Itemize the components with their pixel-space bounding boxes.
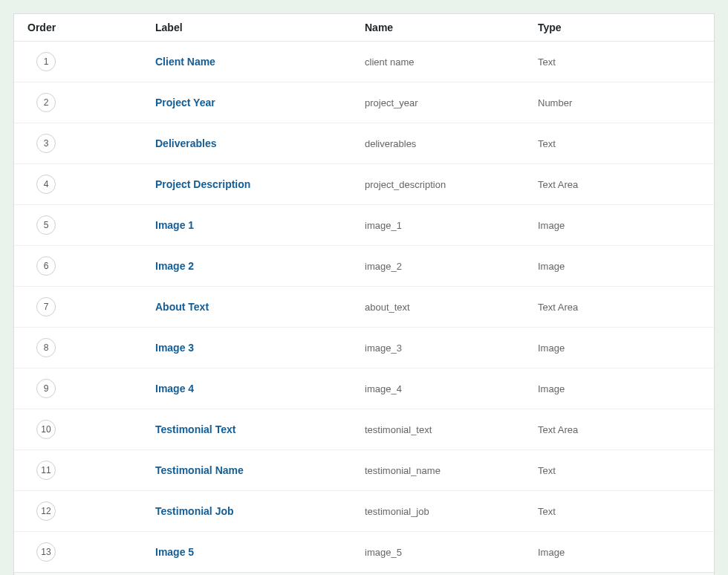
field-name: testimonial_name [365,465,441,476]
table-row[interactable]: 7 About Text about_text Text Area [14,286,714,327]
field-label-link[interactable]: Image 4 [155,383,194,394]
field-type: Text [538,138,556,149]
table-row[interactable]: 3 Deliverables deliverables Text [14,123,714,163]
field-name: image_2 [365,261,402,272]
field-label-link[interactable]: Testimonial Text [155,423,235,435]
order-badge[interactable]: 2 [36,93,56,112]
order-badge[interactable]: 8 [36,338,56,357]
table-row[interactable]: 9 Image 4 image_4 Image [14,368,714,409]
header-label: Label [155,22,365,33]
field-type: Text [538,506,556,517]
table-row[interactable]: 1 Client Name client name Text [14,42,714,82]
fields-panel: Order Label Name Type 1 Client Name clie… [13,13,715,575]
field-label-link[interactable]: Project Year [155,97,215,108]
field-type: Text Area [538,302,578,313]
field-type: Image [538,383,565,394]
field-label-link[interactable]: Testimonial Name [155,464,244,476]
table-row[interactable]: 4 Project Description project_descriptio… [14,163,714,204]
field-type: Image [538,547,565,558]
field-type: Text [538,465,556,476]
table-row[interactable]: 6 Image 2 image_2 Image [14,245,714,286]
table-row[interactable]: 13 Image 5 image_5 Image [14,531,714,572]
order-badge[interactable]: 9 [36,379,56,398]
field-label-link[interactable]: Image 2 [155,260,194,272]
field-type: Text Area [538,424,578,435]
header-type: Type [538,22,714,33]
field-name: deliverables [365,138,416,149]
table-row[interactable]: 5 Image 1 image_1 Image [14,204,714,245]
table-row[interactable]: 8 Image 3 image_3 Image [14,327,714,368]
field-name: image_4 [365,383,402,394]
field-name: testimonial_job [365,506,429,517]
field-type: Image [538,220,565,231]
header-name: Name [365,22,538,33]
order-badge[interactable]: 10 [36,420,56,439]
order-badge[interactable]: 5 [36,215,56,235]
field-label-link[interactable]: Image 3 [155,342,194,354]
field-name: image_1 [365,220,402,231]
field-name: image_3 [365,342,402,354]
table-footer: + Add Field [14,572,714,575]
field-type: Image [538,342,565,354]
field-label-link[interactable]: Image 1 [155,219,194,231]
order-badge[interactable]: 3 [36,134,56,153]
field-type: Number [538,97,572,108]
field-label-link[interactable]: Project Description [155,178,250,190]
order-badge[interactable]: 11 [36,461,56,480]
field-label-link[interactable]: About Text [155,301,209,313]
order-badge[interactable]: 1 [36,52,56,71]
field-type: Text Area [538,179,578,190]
order-badge[interactable]: 12 [36,501,56,521]
table-row[interactable]: 2 Project Year project_year Number [14,82,714,123]
field-label-link[interactable]: Deliverables [155,137,217,149]
order-badge[interactable]: 4 [36,175,56,194]
field-type: Image [538,261,565,272]
table-row[interactable]: 10 Testimonial Text testimonial_text Tex… [14,409,714,449]
field-name: testimonial_text [365,424,432,435]
field-label-link[interactable]: Image 5 [155,546,194,558]
table-row[interactable]: 12 Testimonial Job testimonial_job Text [14,490,714,531]
table-header: Order Label Name Type [14,14,714,42]
field-type: Text [538,56,556,68]
order-badge[interactable]: 7 [36,297,56,316]
table-body: 1 Client Name client name Text 2 Project… [14,42,714,572]
field-label-link[interactable]: Client Name [155,56,215,68]
field-name: image_5 [365,547,402,558]
field-name: client name [365,56,414,68]
field-name: project_description [365,179,446,190]
header-order: Order [14,22,155,33]
order-badge[interactable]: 6 [36,256,56,276]
table-row[interactable]: 11 Testimonial Name testimonial_name Tex… [14,449,714,490]
order-badge[interactable]: 13 [36,542,56,562]
field-label-link[interactable]: Testimonial Job [155,505,234,517]
field-name: project_year [365,97,418,108]
field-name: about_text [365,302,410,313]
